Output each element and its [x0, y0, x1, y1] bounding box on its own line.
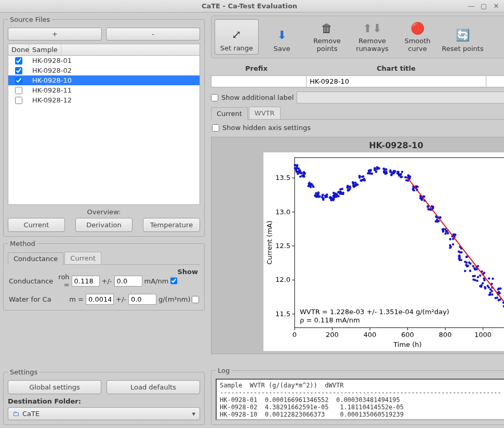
sample-cell: HK-0928-10	[29, 76, 75, 85]
water-value[interactable]	[86, 294, 114, 305]
maximize-icon[interactable]: ▢	[480, 3, 487, 10]
water-tol[interactable]	[128, 294, 156, 305]
tab-current[interactable]: Current	[64, 252, 101, 264]
table-row[interactable]: HK-0928-12	[8, 95, 200, 105]
svg-point-79	[317, 196, 319, 198]
set-range-button[interactable]: ⤢Set range	[215, 19, 259, 55]
log-group: Log Sample WVTR (g/(day*m^2)) dWVTR ----…	[211, 367, 504, 425]
svg-point-286	[445, 232, 447, 235]
smooth-icon: 🔴	[410, 21, 425, 35]
svg-point-342	[474, 268, 476, 270]
dest-folder-label: Destination Folder:	[8, 397, 200, 405]
svg-point-222	[397, 172, 400, 174]
addl-label-input	[297, 92, 504, 103]
svg-point-247	[413, 189, 415, 191]
svg-point-375	[498, 291, 500, 293]
water-show-check[interactable]	[192, 296, 199, 303]
log-text[interactable]: Sample WVTR (g/(day*m^2)) dWVTR --------…	[216, 379, 504, 420]
chart-title-input[interactable]	[307, 76, 486, 87]
source-files-group: Source Files + - Done Sample HK-0928-01H…	[3, 16, 205, 237]
global-settings-button[interactable]: Global settings	[8, 380, 101, 394]
svg-point-36	[295, 167, 297, 170]
chevron-down-icon: ▾	[192, 410, 195, 418]
svg-text:Time (h): Time (h)	[393, 341, 422, 348]
close-icon[interactable]: ✕	[493, 3, 500, 10]
svg-text:11.5: 11.5	[275, 310, 290, 318]
svg-point-303	[454, 234, 456, 236]
done-check[interactable]	[15, 77, 22, 84]
overview-derivation-button[interactable]: Derivation	[75, 218, 132, 232]
svg-point-334	[476, 280, 479, 282]
svg-point-186	[375, 171, 377, 173]
conductance-value[interactable]	[72, 276, 100, 287]
svg-point-259	[421, 199, 423, 201]
svg-point-374	[498, 299, 500, 301]
svg-point-361	[491, 290, 493, 292]
svg-point-293	[442, 228, 444, 230]
svg-text:12.0: 12.0	[275, 276, 290, 283]
svg-point-233	[405, 179, 407, 181]
remove-file-button[interactable]: -	[106, 28, 200, 41]
suffix-input[interactable]	[486, 76, 504, 87]
svg-point-209	[394, 171, 396, 173]
smooth-curve-button[interactable]: 🔴Smooth curve	[395, 19, 440, 55]
table-row[interactable]: HK-0928-01	[8, 56, 200, 66]
add-file-button[interactable]: +	[8, 28, 102, 41]
svg-point-367	[489, 288, 492, 290]
done-check[interactable]	[15, 57, 22, 64]
set-range-icon: ⤢	[232, 27, 241, 43]
show-hidden-axis-check[interactable]	[212, 124, 219, 132]
col-sample[interactable]: Sample	[29, 44, 61, 55]
table-row[interactable]: HK-0928-02	[8, 66, 200, 75]
done-check[interactable]	[15, 87, 22, 94]
chart-canvas[interactable]: 02004006008001000120011.512.012.513.013.…	[263, 152, 504, 351]
hidden-axis-label: Show hidden axis settings	[222, 124, 311, 132]
svg-point-199	[384, 171, 387, 173]
show-addl-label-check[interactable]	[211, 94, 218, 101]
save-button[interactable]: ⬇Save	[260, 19, 304, 55]
prefix-input[interactable]	[211, 76, 307, 87]
reset-icon: 🔄	[456, 28, 470, 43]
sample-cell: HK-0928-01	[29, 56, 75, 65]
overview-current-button[interactable]: Current	[8, 218, 65, 232]
svg-text:13.5: 13.5	[275, 174, 290, 181]
svg-point-267	[427, 206, 429, 208]
svg-point-325	[466, 256, 468, 258]
sample-cell: HK-0928-12	[29, 96, 75, 105]
done-check[interactable]	[15, 97, 22, 104]
svg-point-318	[459, 256, 461, 258]
svg-point-211	[389, 171, 391, 173]
svg-point-282	[437, 220, 440, 222]
svg-point-65	[312, 186, 314, 188]
overview-temperature-button[interactable]: Temperature	[143, 218, 200, 232]
reset-points-button[interactable]: 🔄Reset points	[441, 19, 485, 55]
svg-point-223	[401, 176, 403, 178]
dest-folder-combo[interactable]: 🗀 CaTE ▾	[8, 407, 200, 420]
svg-point-89	[326, 193, 328, 196]
svg-point-330	[467, 265, 469, 267]
minimize-icon[interactable]: —	[468, 3, 475, 10]
conductance-show-check[interactable]	[170, 277, 177, 284]
tab-plot-wvtr[interactable]: WVTR	[249, 107, 281, 119]
samples-table[interactable]: Done Sample HK-0928-01HK-0928-02HK-0928-…	[8, 44, 200, 205]
plot-area: HK-0928-10 02004006008001000120011.512.0…	[211, 137, 504, 354]
svg-point-295	[446, 230, 448, 232]
done-check[interactable]	[15, 67, 22, 74]
table-row[interactable]: HK-0928-11	[8, 85, 200, 95]
remove-points-button[interactable]: 🗑Remove points	[305, 19, 349, 55]
source-legend: Source Files	[8, 16, 52, 23]
svg-point-67	[309, 181, 311, 184]
remove-runaways-button[interactable]: ⬆⬇Remove runaways	[350, 19, 394, 55]
tab-plot-current[interactable]: Current	[211, 107, 248, 120]
conductance-tol[interactable]	[114, 276, 142, 287]
settings-group: Settings Global settings Load defaults D…	[3, 368, 205, 425]
col-done[interactable]: Done	[8, 44, 29, 55]
svg-point-151	[354, 185, 356, 187]
table-row[interactable]: HK-0928-10	[8, 75, 200, 85]
svg-text:1000: 1000	[474, 331, 492, 339]
conductance-label: Conductance	[9, 277, 53, 285]
svg-point-115	[335, 196, 337, 198]
svg-point-127	[341, 192, 343, 194]
tab-conductance[interactable]: Conductance	[8, 252, 63, 265]
load-defaults-button[interactable]: Load defaults	[107, 380, 200, 394]
